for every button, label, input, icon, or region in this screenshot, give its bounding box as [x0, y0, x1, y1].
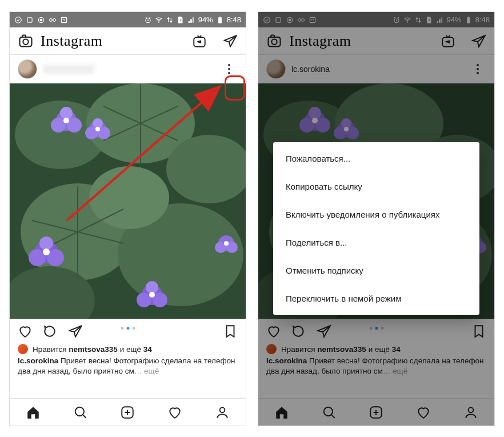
menu-item-mute[interactable]: Переключить в немой режим — [273, 284, 479, 312]
post-caption: lc.sorokina Привет весна! Фотографию сде… — [258, 354, 494, 376]
svg-rect-62 — [468, 17, 469, 17]
checkmark-circle-icon — [263, 16, 271, 24]
android-status-bar: 2 94% 8:48 — [258, 12, 494, 27]
post-author-row — [10, 55, 246, 83]
status-left-icons — [14, 16, 68, 24]
comment-icon[interactable] — [43, 324, 58, 339]
screenshot-left: 2 94% 8:48 Instagram — [9, 11, 246, 426]
share-icon[interactable] — [68, 324, 83, 339]
svg-rect-1 — [27, 17, 32, 22]
battery-percent: 94% — [447, 15, 462, 24]
svg-rect-13 — [22, 35, 26, 37]
likes-user: nemtsova335 — [317, 345, 366, 354]
add-post-icon[interactable] — [369, 405, 383, 420]
svg-point-59 — [407, 21, 407, 22]
igtv-icon[interactable] — [192, 34, 207, 49]
square-icon — [274, 16, 282, 24]
sim-2-icon: 2 — [177, 16, 185, 24]
svg-point-0 — [15, 17, 22, 23]
avatar[interactable] — [266, 59, 286, 79]
caption-username[interactable]: lc.sorokina — [266, 356, 307, 365]
bookmark-icon[interactable] — [471, 324, 486, 339]
svg-rect-57 — [310, 17, 315, 22]
comment-icon[interactable] — [291, 324, 306, 339]
sync-box-icon — [309, 16, 317, 24]
camera-icon[interactable] — [266, 33, 282, 49]
battery-icon — [216, 16, 224, 24]
avatar[interactable] — [18, 59, 37, 79]
svg-rect-61 — [467, 17, 470, 23]
heart-icon[interactable] — [266, 324, 281, 339]
likes-row[interactable]: Нравится nemtsova335 и ещё 34 — [258, 344, 494, 354]
heart-icon[interactable] — [18, 324, 33, 339]
caption-more[interactable]: … ещё — [383, 367, 407, 375]
likes-suffix: и ещё — [366, 345, 392, 354]
updown-icon — [166, 16, 174, 24]
home-icon[interactable] — [274, 405, 289, 420]
sync-box-icon — [60, 16, 68, 24]
share-icon[interactable] — [317, 324, 331, 339]
svg-point-12 — [23, 39, 28, 44]
svg-point-64 — [271, 39, 277, 44]
activity-heart-icon[interactable] — [416, 405, 431, 420]
add-post-icon[interactable] — [120, 405, 135, 420]
post-author-row: lc.sorokina — [258, 55, 494, 83]
svg-rect-5 — [61, 17, 66, 22]
svg-point-78 — [309, 107, 321, 119]
svg-point-52 — [264, 17, 270, 23]
igtv-icon[interactable] — [441, 34, 455, 49]
caption-more[interactable]: … ещё — [134, 367, 159, 375]
svg-rect-63 — [269, 37, 281, 46]
svg-point-24 — [51, 118, 66, 133]
post-username[interactable]: lc.sorokina — [291, 65, 330, 74]
svg-point-77 — [315, 118, 330, 133]
svg-point-84 — [344, 127, 349, 131]
activity-heart-icon[interactable] — [167, 405, 182, 420]
bottom-nav — [258, 398, 494, 426]
square-icon — [26, 16, 34, 24]
menu-item-report[interactable]: Пожаловаться... — [273, 145, 479, 173]
eye-icon — [297, 16, 305, 24]
camera-icon[interactable] — [18, 33, 34, 49]
send-icon[interactable] — [471, 34, 486, 49]
profile-icon[interactable] — [215, 405, 230, 420]
send-icon[interactable] — [223, 34, 238, 49]
likes-prefix: Нравится — [33, 345, 69, 354]
more-vertical-icon — [228, 68, 230, 70]
menu-item-copy-link[interactable]: Копировать ссылку — [273, 173, 479, 201]
sim-2-icon: 2 — [425, 16, 433, 24]
alarm-icon — [144, 16, 152, 24]
profile-icon[interactable] — [463, 405, 478, 420]
svg-rect-65 — [271, 35, 274, 37]
menu-item-unfollow[interactable]: Отменить подписку — [273, 256, 479, 284]
svg-point-4 — [52, 19, 54, 21]
likes-count: 34 — [392, 345, 401, 354]
svg-point-47 — [75, 407, 84, 415]
search-icon[interactable] — [322, 405, 337, 420]
instagram-header: Instagram — [10, 27, 246, 55]
caption-username[interactable]: lc.sorokina — [18, 356, 58, 365]
status-left-icons — [263, 16, 317, 24]
menu-item-notifications[interactable]: Включить уведомления о публикациях — [273, 201, 479, 228]
svg-rect-11 — [20, 37, 32, 46]
post-options-button[interactable] — [469, 61, 486, 78]
svg-point-42 — [149, 292, 155, 298]
liker-avatar — [266, 344, 277, 354]
home-icon[interactable] — [26, 405, 41, 420]
svg-point-36 — [39, 236, 53, 250]
post-options-button[interactable] — [221, 61, 238, 78]
carousel-dot-active — [375, 327, 378, 330]
bottom-nav — [10, 398, 246, 426]
menu-item-share[interactable]: Поделиться в... — [273, 228, 479, 256]
carousel-indicator — [121, 327, 135, 330]
clock: 8:48 — [475, 15, 490, 24]
post-image[interactable] — [10, 83, 246, 319]
bookmark-icon[interactable] — [223, 324, 238, 339]
svg-rect-10 — [219, 17, 221, 17]
post-caption: lc.sorokina Привет весна! Фотографию сде… — [10, 354, 246, 376]
carousel-dot — [132, 327, 135, 330]
search-icon[interactable] — [73, 405, 88, 420]
username-blurred — [43, 65, 94, 74]
svg-point-37 — [43, 248, 50, 255]
likes-row[interactable]: Нравится nemtsova335 и ещё 34 — [10, 344, 246, 354]
